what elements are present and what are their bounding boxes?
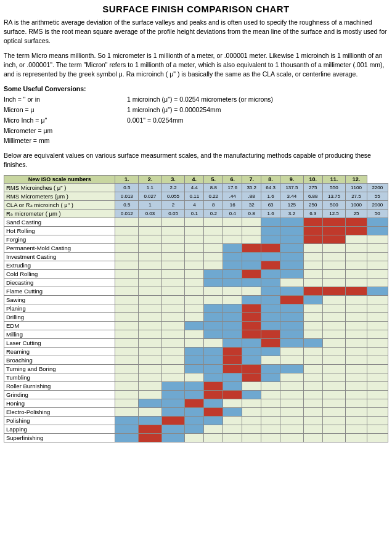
process-cell xyxy=(242,261,261,269)
process-cell xyxy=(280,269,304,278)
process-cell xyxy=(115,304,139,312)
data-cell: 1000 xyxy=(346,200,367,209)
process-cell xyxy=(346,356,367,364)
process-cell xyxy=(261,364,280,373)
process-cell xyxy=(322,304,346,312)
process-cell xyxy=(115,252,139,261)
process-cell xyxy=(280,261,304,269)
process-cell xyxy=(204,243,223,252)
data-cell: 0.8 xyxy=(242,209,261,218)
process-row: Superfinishing xyxy=(4,433,388,442)
process-cell xyxy=(204,356,223,364)
process-cell xyxy=(204,261,223,269)
process-cell xyxy=(223,425,242,433)
process-cell xyxy=(322,243,346,252)
process-cell xyxy=(223,243,242,252)
process-cell xyxy=(346,433,367,442)
process-cell xyxy=(367,295,388,304)
process-cell xyxy=(346,338,367,347)
data-cell: 27.5 xyxy=(346,192,367,200)
process-row: Extruding xyxy=(4,261,388,269)
process-cell xyxy=(139,416,162,425)
process-cell xyxy=(346,416,367,425)
process-name: Turning and Boring xyxy=(4,364,115,373)
process-cell xyxy=(161,312,185,321)
process-cell xyxy=(280,407,304,416)
process-cell xyxy=(115,381,139,390)
process-cell xyxy=(139,356,162,364)
process-cell xyxy=(204,433,223,442)
process-cell xyxy=(204,373,223,381)
conversion-right xyxy=(127,126,388,136)
process-cell xyxy=(261,312,280,321)
process-cell xyxy=(242,407,261,416)
process-cell xyxy=(261,304,280,312)
process-name: Polishing xyxy=(4,416,115,425)
process-cell xyxy=(139,338,162,347)
process-cell xyxy=(223,321,242,330)
process-cell xyxy=(204,347,223,356)
process-cell xyxy=(139,226,162,235)
process-cell xyxy=(303,330,322,338)
data-cell: 8 xyxy=(204,200,223,209)
conversion-right: 0.001" = 0.0254mm xyxy=(127,115,388,126)
process-cell xyxy=(223,364,242,373)
process-cell xyxy=(303,218,322,226)
process-cell xyxy=(185,312,204,321)
process-cell xyxy=(223,330,242,338)
process-cell xyxy=(367,287,388,295)
process-cell xyxy=(185,390,204,399)
process-name: Electro-Polishing xyxy=(4,407,115,416)
process-cell xyxy=(185,243,204,252)
process-cell xyxy=(115,261,139,269)
process-cell xyxy=(322,407,346,416)
process-cell xyxy=(161,218,185,226)
process-cell xyxy=(367,226,388,235)
process-cell xyxy=(346,364,367,373)
process-cell xyxy=(367,243,388,252)
process-name: Planing xyxy=(4,304,115,312)
process-cell xyxy=(115,364,139,373)
process-cell xyxy=(261,399,280,407)
process-cell xyxy=(242,218,261,226)
conversion-right: 1 microinch (μ") = 0.0000254mm xyxy=(127,105,388,115)
process-cell xyxy=(322,416,346,425)
process-cell xyxy=(185,304,204,312)
data-cell: 0.05 xyxy=(161,209,185,218)
process-cell xyxy=(223,399,242,407)
process-cell xyxy=(367,338,388,347)
process-cell xyxy=(322,425,346,433)
process-cell xyxy=(242,287,261,295)
process-cell xyxy=(115,425,139,433)
process-cell xyxy=(204,364,223,373)
process-cell xyxy=(185,364,204,373)
process-cell xyxy=(242,304,261,312)
process-row: Permanent-Mold Casting xyxy=(4,243,388,252)
data-cell: 0.013 xyxy=(115,192,139,200)
process-cell xyxy=(261,416,280,425)
process-cell xyxy=(303,381,322,390)
process-cell xyxy=(346,330,367,338)
process-cell xyxy=(223,218,242,226)
process-cell xyxy=(185,235,204,243)
process-cell xyxy=(303,364,322,373)
process-cell xyxy=(280,321,304,330)
process-cell xyxy=(346,373,367,381)
data-cell: 32 xyxy=(242,200,261,209)
data-cell: 4.4 xyxy=(185,183,204,192)
process-row: Laser Cutting xyxy=(4,338,388,347)
process-cell xyxy=(242,243,261,252)
process-cell xyxy=(185,252,204,261)
process-cell xyxy=(346,235,367,243)
process-cell xyxy=(115,347,139,356)
process-cell xyxy=(322,287,346,295)
process-cell xyxy=(139,235,162,243)
iso-num-12: 12. xyxy=(346,175,367,183)
process-cell xyxy=(322,399,346,407)
data-cell: 3.2 xyxy=(280,209,304,218)
process-cell xyxy=(161,399,185,407)
process-name: Lapping xyxy=(4,425,115,433)
process-cell xyxy=(367,373,388,381)
process-cell xyxy=(367,425,388,433)
process-cell xyxy=(367,252,388,261)
